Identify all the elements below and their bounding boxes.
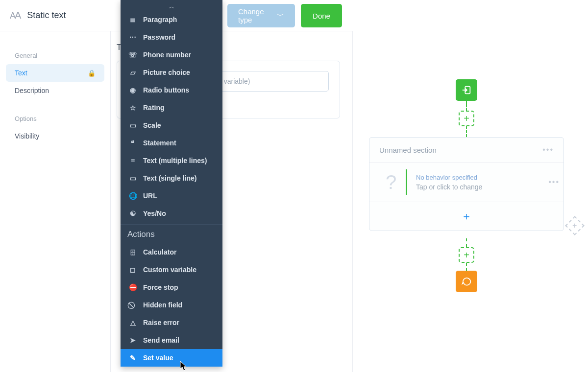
tap-to-change-label: Tap or click to change (416, 183, 548, 191)
settings-sidebar: General Text 🔒 Description Options Visib… (0, 31, 111, 372)
done-label: Done (313, 12, 330, 20)
picture-icon: ▱ (127, 69, 138, 76)
hidden-icon: ⃠ (127, 301, 138, 309)
dd-item-text-multi[interactable]: ≡Text (multiple lines) (121, 152, 222, 169)
done-button[interactable]: Done (301, 4, 342, 27)
dd-label: Yes/No (143, 209, 166, 217)
sidebar-item-label: Visibility (15, 132, 39, 140)
statement-icon: ❝ (127, 139, 138, 147)
send-icon: ➤ (127, 336, 138, 344)
paragraph-icon: ≣ (127, 16, 138, 23)
stop-icon: ⛔ (127, 283, 138, 291)
lock-icon: 🔒 (88, 70, 96, 77)
section-behavior-row[interactable]: ? No behavior specified Tap or click to … (369, 163, 564, 202)
flow-section[interactable]: Unnamed section ••• ? No behavior specif… (369, 137, 564, 231)
dd-item-radio-buttons[interactable]: ◉Radio buttons (121, 81, 222, 99)
sidebar-item-label: Text (15, 69, 27, 77)
dd-action-calculator[interactable]: ⌹Calculator (121, 243, 222, 261)
edit-icon: ✎ (127, 354, 138, 362)
type-dropdown: ︿ ≣Paragraph ⋯Password ☏Phone number ▱Pi… (121, 0, 222, 367)
page-title: Static text (27, 10, 66, 21)
singleline-icon: ▭ (127, 174, 138, 182)
dd-label: Statement (143, 139, 176, 147)
calculator-icon: ⌹ (127, 248, 138, 256)
dd-action-raise-error[interactable]: △Raise error (121, 314, 222, 331)
dd-label: Phone number (143, 51, 191, 59)
password-icon: ⋯ (127, 33, 138, 41)
dd-label: Picture choice (143, 69, 190, 76)
dd-label: Hidden field (143, 301, 182, 309)
scale-icon: ▭ (127, 121, 138, 129)
dd-action-set-value[interactable]: ✎Set value (121, 349, 222, 367)
dd-label: Password (143, 33, 175, 41)
branch-add-button[interactable]: + (565, 216, 585, 235)
flow-add-button[interactable]: + (459, 247, 474, 263)
sidebar-item-visibility[interactable]: Visibility (0, 127, 110, 145)
dd-label: Calculator (143, 248, 176, 256)
dd-label: Rating (143, 104, 165, 112)
dd-item-url[interactable]: 🌐URL (121, 187, 222, 205)
dd-item-picture-choice[interactable]: ▱Picture choice (121, 64, 222, 81)
flow-connector (466, 238, 467, 247)
change-type-button[interactable]: Change type ﹀ (227, 4, 295, 27)
change-type-label: Change type (238, 7, 273, 24)
flow-entry-node[interactable] (456, 79, 477, 101)
dropdown-separator (121, 224, 222, 225)
dd-label: Custom variable (143, 266, 196, 274)
dd-item-paragraph[interactable]: ≣Paragraph (121, 11, 222, 28)
dropdown-actions-heading: Actions (121, 226, 222, 243)
question-icon: ? (376, 171, 406, 193)
sidebar-heading-general: General (0, 46, 110, 64)
radio-icon: ◉ (127, 86, 138, 94)
dd-label: Send email (143, 336, 179, 344)
flow-connector (466, 101, 467, 111)
accent-bar (406, 169, 407, 195)
dd-action-force-stop[interactable]: ⛔Force stop (121, 279, 222, 296)
phone-icon: ☏ (127, 51, 138, 59)
flow-connector (466, 126, 467, 137)
scroll-up-indicator[interactable]: ︿ (121, 2, 222, 11)
flow-connector (466, 263, 467, 271)
dd-label: URL (143, 192, 157, 200)
static-text-icon: AA (10, 10, 20, 21)
dd-item-scale[interactable]: ▭Scale (121, 116, 222, 134)
sidebar-item-text[interactable]: Text 🔒 (6, 64, 104, 82)
yesno-icon: ☯ (127, 209, 138, 217)
flow-canvas: + Unnamed section ••• ? No behavior spec… (353, 0, 588, 372)
section-header[interactable]: Unnamed section ••• (369, 138, 564, 163)
sidebar-item-description[interactable]: Description (0, 82, 110, 99)
sidebar-heading-options: Options (0, 109, 110, 127)
dd-label: Radio buttons (143, 86, 189, 94)
flow-add-button[interactable]: + (459, 111, 474, 126)
more-icon[interactable]: ••• (548, 178, 560, 186)
globe-icon: 🌐 (127, 192, 138, 200)
sidebar-item-label: Description (15, 87, 49, 94)
more-icon[interactable]: ••• (542, 145, 554, 154)
dd-action-hidden-field[interactable]: ⃠Hidden field (121, 296, 222, 314)
dd-item-statement[interactable]: ❝Statement (121, 134, 222, 152)
dd-action-custom-variable[interactable]: ◻Custom variable (121, 261, 222, 279)
dd-label: Text (multiple lines) (143, 157, 207, 164)
tag-icon: ◻ (127, 266, 138, 274)
chevron-down-icon: ﹀ (277, 11, 284, 21)
warning-icon: △ (127, 319, 138, 326)
dd-item-password[interactable]: ⋯Password (121, 28, 222, 46)
dd-label: Raise error (143, 319, 179, 326)
dd-item-text-single[interactable]: ▭Text (single line) (121, 169, 222, 187)
dd-label: Paragraph (143, 16, 177, 23)
dd-label: Set value (143, 354, 173, 362)
star-icon: ☆ (127, 104, 138, 112)
no-behavior-label: No behavior specified (416, 174, 548, 181)
section-title: Unnamed section (379, 146, 437, 154)
flow-exit-node[interactable] (456, 271, 477, 292)
dd-label: Force stop (143, 283, 178, 291)
section-add-button[interactable]: ＋ (369, 202, 564, 231)
dd-item-yes-no[interactable]: ☯Yes/No (121, 205, 222, 222)
dd-label: Scale (143, 121, 161, 129)
multiline-icon: ≡ (127, 157, 138, 164)
dd-label: Text (single line) (143, 174, 196, 182)
dd-item-rating[interactable]: ☆Rating (121, 99, 222, 116)
dd-item-phone-number[interactable]: ☏Phone number (121, 46, 222, 64)
dd-action-send-email[interactable]: ➤Send email (121, 331, 222, 349)
mouse-cursor (180, 361, 188, 371)
